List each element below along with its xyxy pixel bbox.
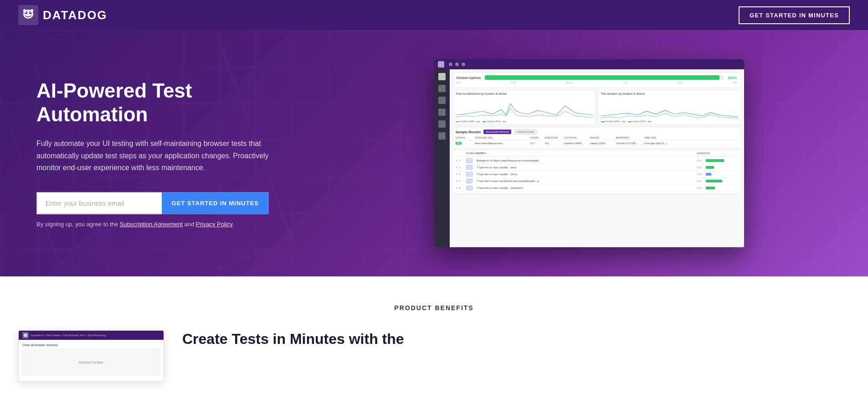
action-text: Navigate to url [https://www.fakeyourown… — [477, 159, 696, 162]
action-num: ✓4 — [456, 180, 465, 182]
hero-section: AI-Powered Test Automation Fully automat… — [0, 30, 868, 276]
hero-content: AI-Powered Test Automation Fully automat… — [0, 52, 319, 255]
ss-chart-1-title: Time-to-interactive by location & device — [456, 92, 593, 95]
ss-nav-icon-3 — [462, 62, 465, 66]
ss-sidebar-icon-4 — [438, 109, 446, 116]
ss-action-row: ✓2□T Type text on input: input[id... (te… — [456, 164, 738, 171]
ss-uptime-bar-wrap — [485, 75, 724, 80]
action-duration: 0.4s — [697, 173, 738, 176]
action-thumbnail: □ — [466, 179, 473, 183]
benefits-screenshot: Synthetics > Test Details > Edit Browser… — [18, 330, 164, 382]
ss-action-row: ✓1□Navigate to url [https://www.fakeyour… — [456, 157, 738, 164]
subscription-link[interactable]: Subscription Agreement — [120, 221, 183, 228]
email-input[interactable] — [36, 192, 162, 214]
ss-sidebar-icon-6 — [438, 132, 446, 140]
hero-title: AI-Powered Test Automation — [36, 79, 282, 127]
action-duration: 2.1s — [697, 180, 738, 182]
ss-uptime-pct: 100% — [728, 76, 737, 80]
action-text: T Type text on input: input[id... (test) — [477, 166, 696, 169]
svg-point-4 — [26, 12, 26, 13]
ss-chart-1: Time-to-interactive by location & device… — [452, 90, 596, 125]
ss-chart-1-area — [456, 97, 593, 120]
logo-text: DATADOG — [43, 8, 108, 22]
ss-action-row: ✓3□T Type text on input: input[id... (fo… — [456, 171, 738, 178]
ss-chart-2: Test duration by location & device Frank… — [598, 90, 741, 125]
ss-sidebar-icon-3 — [438, 97, 446, 104]
legal-text: By signing up, you agree to the Subscrip… — [36, 221, 282, 228]
hero-screenshot-wrap: Global Uptime 100% 6.9k 22.9k Mar 11 4.9… — [319, 46, 868, 261]
ss-table-row: OK https://www.fakeyourown... 72.7 11s F… — [456, 141, 738, 146]
bss-topbar: Synthetics > Test Details > Edit Browser… — [19, 331, 164, 340]
ss-sample-results-title: Sample Results — [456, 130, 481, 134]
ss-topbar — [434, 59, 744, 69]
ss-uptime-section: Global Uptime 100% 6.9k 22.9k Mar 11 4.9… — [452, 72, 741, 88]
bss-logo-icon — [22, 332, 29, 338]
ss-logo-icon — [438, 61, 444, 68]
logo-area: DATADOG — [18, 5, 108, 25]
action-thumbnail: □ — [466, 186, 473, 190]
svg-point-5 — [30, 12, 31, 13]
ss-body: Global Uptime 100% 6.9k 22.9k Mar 11 4.9… — [434, 69, 744, 247]
ss-action-row: ✓5□T Type text on input: input[id... (te… — [456, 185, 738, 192]
privacy-link[interactable]: Privacy Policy — [196, 221, 232, 228]
action-duration: 0.1s — [697, 166, 738, 169]
ss-tab-successful[interactable]: Successful Results — [483, 130, 511, 134]
action-num: ✓2 — [456, 166, 465, 169]
ss-chart-2-title: Test duration by location & device — [601, 92, 738, 95]
benefits-section-title: PRODUCT BENEFITS — [394, 304, 473, 312]
ss-col-headers: STATUS STARTING URL STEPS DURATION LOCAT… — [456, 136, 738, 140]
hero-screenshot: Global Uptime 100% 6.9k 22.9k Mar 11 4.9… — [434, 59, 744, 247]
ss-action-row: ✓4□T Type text on input: input[Email (te… — [456, 178, 738, 185]
ss-tab-failed[interactable]: Failed Results — [514, 129, 537, 135]
action-text: T Type text on input: input[id... (form) — [477, 173, 696, 176]
bss-body: Close all browser checkout Browser Previ… — [19, 340, 164, 381]
benefits-text-side: Create Tests in Minutes with the — [182, 330, 850, 348]
ss-sidebar-icon-2 — [438, 85, 446, 92]
header: DATADOG GET STARTED IN MINUTES — [0, 0, 868, 30]
action-num: ✓1 — [456, 159, 465, 162]
benefits-content: Synthetics > Test Details > Edit Browser… — [0, 330, 868, 382]
ss-uptime-bar — [485, 75, 719, 80]
ss-sidebar-icon-5 — [438, 120, 446, 128]
bss-breadcrumb: Synthetics > Test Details > Edit Browser… — [31, 334, 106, 337]
action-num: ✓3 — [456, 173, 465, 176]
benefits-title-wrap: PRODUCT BENEFITS — [0, 304, 868, 312]
action-thumbnail: □ — [466, 165, 473, 170]
ss-charts-row: Time-to-interactive by location & device… — [452, 90, 741, 125]
ss-action-rows-container: ✓1□Navigate to url [https://www.fakeyour… — [456, 157, 738, 192]
action-thumbnail: □ — [466, 172, 473, 177]
hero-subtitle: Fully automate your UI testing with self… — [36, 138, 269, 174]
hero-cta-button[interactable]: GET STARTED IN MINUTES — [162, 192, 269, 214]
datadog-logo-icon — [18, 5, 38, 25]
action-duration: 2.2s — [697, 159, 738, 162]
action-num: ✓5 — [456, 187, 465, 189]
ss-uptime-label: Global Uptime — [457, 76, 481, 80]
benefits-section: PRODUCT BENEFITS Synthetics > Test Detai… — [0, 276, 868, 395]
ss-chart-2-area — [601, 97, 738, 120]
svg-point-9 — [24, 333, 27, 337]
header-cta-button[interactable]: GET STARTED IN MINUTES — [739, 6, 850, 24]
action-thumbnail: □ — [466, 158, 473, 163]
ss-sample-results: Sample Results Successful Results Failed… — [452, 127, 741, 148]
action-text: T Type text on input: input[id... (testo… — [477, 187, 696, 189]
email-form: GET STARTED IN MINUTES — [36, 192, 269, 214]
ss-nav-icon — [449, 62, 452, 66]
ss-sidebar — [434, 69, 450, 247]
ss-actions-section: SCREENSHOT ACTION DURATION ✓1□Navigate t… — [452, 150, 741, 194]
action-text: T Type text on input: input[Email (test.… — [477, 180, 696, 182]
ss-nav-icon-2 — [455, 62, 459, 66]
benefits-card-title: Create Tests in Minutes with the — [182, 330, 850, 348]
ss-sidebar-icon-1 — [438, 73, 446, 80]
ss-main-content: Global Uptime 100% 6.9k 22.9k Mar 11 4.9… — [450, 69, 744, 247]
action-duration: 0.1s — [697, 187, 738, 189]
